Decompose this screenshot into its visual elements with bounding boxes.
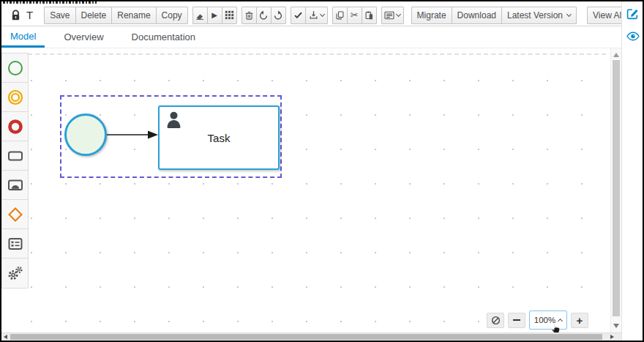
- export-download-icon: [309, 10, 318, 20]
- redo-icon: [273, 10, 283, 21]
- asset-indicator: T: [10, 9, 33, 21]
- palette-end-events[interactable]: [2, 112, 28, 141]
- grid-icon: [225, 10, 234, 20]
- vertical-scrollbar[interactable]: [610, 48, 621, 332]
- canvas-boundary-line: [6, 53, 606, 55]
- duplicate-button[interactable]: [332, 7, 348, 24]
- caret-down-icon: [566, 12, 572, 17]
- palette-start-events[interactable]: [2, 53, 28, 83]
- asset-letter: T: [26, 9, 33, 21]
- zoom-controls: 100% +: [487, 311, 588, 330]
- diagram-canvas[interactable]: Task 100%: [1, 48, 610, 332]
- undo-icon: [258, 10, 269, 21]
- zoom-reset-button[interactable]: [487, 313, 504, 328]
- shape-palette: [1, 53, 29, 289]
- sequence-flow-arrow[interactable]: [107, 129, 160, 141]
- scissors-icon: ✂: [351, 10, 359, 20]
- grid-button[interactable]: [222, 7, 237, 24]
- caret-down-icon: [396, 12, 401, 17]
- scroll-up-arrow[interactable]: [613, 53, 619, 57]
- tab-overview[interactable]: Overview: [55, 26, 112, 48]
- slashed-circle-icon: [491, 316, 501, 325]
- zoom-in-button[interactable]: +: [571, 313, 588, 328]
- editor-tabbar: Model Overview Documentation: [1, 26, 621, 48]
- migrate-button[interactable]: Migrate: [411, 7, 452, 24]
- eraser-icon: [195, 10, 205, 21]
- edit-history-group: [242, 7, 286, 24]
- user-task-node[interactable]: Task: [158, 105, 280, 170]
- work-area: Task 100%: [1, 48, 621, 332]
- check-icon: [293, 10, 303, 20]
- start-event-node[interactable]: [64, 114, 107, 156]
- horizontal-scroll-thumb[interactable]: [10, 334, 602, 340]
- copy-button[interactable]: Copy: [156, 7, 188, 24]
- process-designer-window: T Save Delete Rename Copy ▶: [0, 0, 644, 342]
- duplicate-icon: [335, 10, 345, 21]
- canvas-tools-group: ▶: [192, 7, 237, 24]
- task-label: Task: [208, 132, 231, 144]
- download-button[interactable]: Download: [452, 7, 502, 24]
- cut-button[interactable]: ✂: [347, 7, 362, 24]
- latest-version-label: Latest Version: [507, 10, 563, 21]
- horizontal-scrollbar[interactable]: [1, 332, 621, 341]
- paste-icon: [364, 10, 374, 21]
- right-dock-panel: [621, 1, 643, 341]
- palette-gateways[interactable]: [2, 200, 28, 229]
- version-actions-group: Migrate Download Latest Version: [411, 7, 577, 24]
- play-button[interactable]: ▶: [207, 7, 222, 24]
- paste-button[interactable]: [362, 7, 377, 24]
- user-icon: [166, 111, 181, 130]
- gateway-icon: [7, 206, 24, 223]
- palette-tasks[interactable]: [2, 141, 28, 171]
- hand-cursor: [550, 323, 561, 332]
- plus-icon: +: [577, 314, 583, 327]
- zoom-out-button[interactable]: [508, 313, 525, 328]
- start-event-icon: [7, 59, 24, 77]
- gears-icon: [7, 264, 24, 282]
- palette-containers[interactable]: [2, 229, 28, 259]
- tab-model[interactable]: Model: [1, 26, 45, 48]
- task-shape-icon: [7, 147, 24, 165]
- zoom-level-select[interactable]: 100%: [529, 311, 567, 330]
- edit-properties-icon[interactable]: [626, 7, 639, 20]
- palette-intermediate-events[interactable]: [2, 83, 28, 112]
- end-event-icon: [7, 118, 24, 135]
- play-icon: ▶: [211, 12, 217, 19]
- palette-subprocesses[interactable]: [2, 171, 28, 200]
- clipboard-group: ✂: [332, 7, 377, 24]
- lock-icon: [10, 10, 21, 21]
- scroll-down-arrow[interactable]: [613, 324, 619, 328]
- palette-custom-tasks[interactable]: [2, 259, 28, 288]
- minus-icon: [513, 319, 520, 321]
- scroll-left-arrow[interactable]: [4, 335, 7, 339]
- export-dropdown-button[interactable]: [305, 7, 328, 24]
- form-generation-dropdown-button[interactable]: [381, 7, 404, 24]
- clipped-title-text: [3, 1, 97, 4]
- subprocess-icon: [7, 176, 24, 194]
- validate-export-group: [291, 7, 328, 24]
- undo-button[interactable]: [256, 7, 272, 24]
- form-group: [381, 7, 404, 24]
- container-list-icon: [7, 235, 24, 253]
- main-button-group: Save Delete Rename Copy: [44, 7, 187, 24]
- save-button[interactable]: Save: [44, 7, 75, 24]
- scroll-right-arrow[interactable]: [610, 335, 614, 339]
- tab-documentation[interactable]: Documentation: [123, 26, 204, 48]
- trash-button[interactable]: [242, 7, 257, 24]
- preview-eye-icon[interactable]: [626, 31, 640, 41]
- form-icon: [384, 11, 394, 20]
- latest-version-dropdown[interactable]: Latest Version: [501, 7, 577, 24]
- editor-toolbar: T Save Delete Rename Copy ▶: [1, 4, 621, 26]
- validate-button[interactable]: [291, 7, 306, 24]
- rename-button[interactable]: Rename: [111, 7, 156, 24]
- vertical-scroll-thumb[interactable]: [613, 60, 620, 316]
- intermediate-event-icon: [7, 89, 24, 106]
- caret-down-icon: [320, 12, 325, 17]
- clear-eraser-button[interactable]: [192, 7, 208, 24]
- redo-button[interactable]: [271, 7, 286, 24]
- trash-icon: [244, 10, 254, 21]
- delete-button[interactable]: Delete: [75, 7, 113, 24]
